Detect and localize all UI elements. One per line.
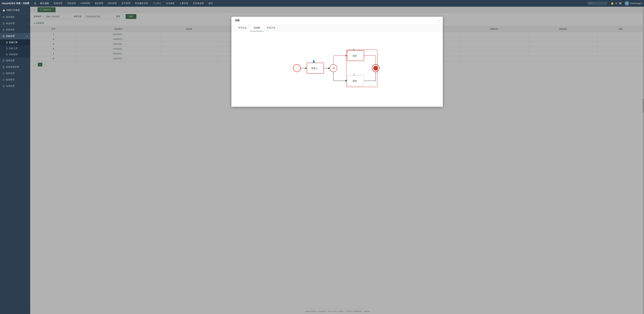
modal-tab-basic[interactable]: 基本信息 xyxy=(235,25,250,31)
sidebar-item-warehouse[interactable]: ☰ 仓库管理 › xyxy=(0,83,30,89)
sidebar-label-purchase: 采购管理 xyxy=(6,35,14,38)
flow-diagram: 👤 审批人 ⊗ ⚙ 同意 xyxy=(236,36,438,100)
modal-close-button[interactable]: × xyxy=(438,19,440,22)
sidebar-label-other: 其他单据管理 xyxy=(6,65,19,68)
flow-start-node xyxy=(293,64,300,72)
sidebar-item-goods[interactable]: ☰ 商品管理 › xyxy=(0,20,30,27)
nav-enterprise[interactable]: 企业服务 xyxy=(165,2,176,5)
modal-body: 👤 审批人 ⊗ ⚙ 同意 xyxy=(232,31,443,107)
user-info[interactable]: C chendongguo xyxy=(625,1,642,5)
sidebar-sub-label-stock: 采购入库 xyxy=(9,47,18,50)
list-icon-purchase: ☰ xyxy=(2,35,4,37)
sidebar-logo-text: ERP门户首页 xyxy=(6,9,20,12)
username: chendongguo xyxy=(630,2,642,4)
sidebar-label-basic: 基本资料 xyxy=(6,15,14,18)
chevron-right-icon-goods: › xyxy=(27,23,28,24)
nav-icons: 🔔 ✉ 🖼 xyxy=(611,2,621,5)
sub-icon-return: ☰ xyxy=(6,53,8,56)
chevron-right-icon-warehouse: › xyxy=(27,85,28,87)
chevron-right-icon-sales: › xyxy=(27,60,28,62)
nav-hr[interactable]: 人事管理 xyxy=(179,2,189,5)
sidebar-label-sales: 销售管理 xyxy=(6,59,14,62)
bell-icon[interactable]: 🔔 xyxy=(611,2,614,5)
chevron-right-icon-finance: › xyxy=(27,72,28,74)
flow-approver-label: 审批人 xyxy=(311,67,318,69)
sidebar-label-goods: 商品管理 xyxy=(6,22,14,25)
hamburger-icon[interactable]: ☰ xyxy=(34,2,36,5)
sidebar-sub-purchase-stock[interactable]: ☰ 采购入库 xyxy=(0,45,30,51)
home-icon: 🏠 xyxy=(2,9,5,11)
nav-salary[interactable]: 薪资管理 xyxy=(53,2,63,5)
modal-tabs: 基本信息 流程图 审批历史 xyxy=(232,25,443,31)
sidebar-sub-purchase-order[interactable]: ☰ 采购订单 xyxy=(0,39,30,45)
list-icon-report: ☑ xyxy=(2,79,4,81)
sub-icon-order: ☰ xyxy=(6,41,8,44)
sidebar-item-sales[interactable]: ☰ 销售管理 › xyxy=(0,57,30,64)
sidebar-item-basic[interactable]: ☰ 基本资料 › xyxy=(0,14,30,20)
sidebar-sub-purchase-return[interactable]: ☰ 采购退货 xyxy=(0,51,30,57)
sidebar-sub-label-return: 采购退货 xyxy=(9,53,18,56)
list-icon-goods: ☰ xyxy=(2,22,4,25)
sidebar-label-report: 报表查询 xyxy=(6,78,14,81)
avatar: C xyxy=(625,1,629,5)
nav-personal[interactable]: 个人中心 xyxy=(152,2,162,5)
sidebar: 🏠 ERP门户首页 ☰ 基本资料 › ☰ 商品管理 › ☰ 零售管理 › ☰ 采… xyxy=(0,7,30,314)
sub-icon-stock: ☰ xyxy=(6,47,8,50)
app-title: skyeye云办公 作者：卫志强 xyxy=(2,2,29,5)
modal-header: 详情 × xyxy=(232,17,443,25)
nav-default-desk[interactable]: 默认桌面 xyxy=(40,2,50,5)
list-icon: ☰ xyxy=(2,16,4,18)
list-icon-other: ☰ xyxy=(2,66,4,68)
sidebar-logo[interactable]: 🏠 ERP门户首页 xyxy=(0,7,30,14)
flow-svg: 👤 审批人 ⊗ ⚙ 同意 xyxy=(287,38,388,98)
chevron-right-icon-report: › xyxy=(27,79,28,81)
nav-aftersales[interactable]: 售后服务管理 xyxy=(134,2,148,5)
sidebar-item-retail[interactable]: ☰ 零售管理 › xyxy=(0,27,30,33)
global-search-input[interactable] xyxy=(587,1,608,5)
sidebar-item-other[interactable]: ☰ 其他单据管理 › xyxy=(0,64,30,70)
modal-overlay: 详情 × 基本信息 流程图 审批历史 👤 xyxy=(30,7,644,314)
chevron-down-icon-purchase: ▾ xyxy=(27,35,28,37)
sidebar-label-warehouse: 仓库管理 xyxy=(6,85,14,88)
nav-project[interactable]: 项目管理 xyxy=(94,2,104,5)
nav-erp[interactable]: ERP管理 xyxy=(107,2,118,5)
svg-text:⚙: ⚙ xyxy=(353,73,355,76)
list-icon-warehouse: ☰ xyxy=(2,85,4,87)
chevron-right-icon: › xyxy=(27,16,28,18)
nav-monitor[interactable]: 监控 xyxy=(208,2,214,5)
sidebar-item-finance[interactable]: ☑ 财务管理 › xyxy=(0,70,30,77)
chevron-right-icon-retail: › xyxy=(27,29,28,31)
flow-reject-label: 拒绝 xyxy=(352,80,357,82)
detail-modal: 详情 × 基本信息 流程图 审批历史 👤 xyxy=(232,17,443,107)
sidebar-label-retail: 零售管理 xyxy=(6,28,14,31)
top-nav: skyeye云办公 作者：卫志强 ☰ 默认桌面 薪资管理 学校管理 CRM管理 … xyxy=(0,0,644,7)
flow-agree-label: 同意 xyxy=(352,55,357,57)
sidebar-sub-purchase: ☰ 采购订单 ☰ 采购入库 ☰ 采购退货 xyxy=(0,39,30,57)
sidebar-item-report[interactable]: ☑ 报表查询 › xyxy=(0,77,30,83)
svg-text:👤: 👤 xyxy=(312,60,315,63)
sidebar-sub-label-order: 采购订单 xyxy=(9,41,18,44)
modal-title: 详情 xyxy=(235,19,240,22)
list-icon-retail: ☰ xyxy=(2,29,4,31)
nav-school[interactable]: 学校管理 xyxy=(66,2,76,5)
chevron-right-icon-other: › xyxy=(27,66,28,68)
nav-production[interactable]: 生产管理 xyxy=(121,2,131,5)
list-icon-finance: ☑ xyxy=(2,72,4,75)
nav-crm[interactable]: CRM管理 xyxy=(80,2,90,5)
svg-text:⚙: ⚙ xyxy=(353,48,355,51)
message-icon[interactable]: ✉ xyxy=(615,2,617,5)
svg-text:⊗: ⊗ xyxy=(332,67,334,69)
sidebar-label-finance: 财务管理 xyxy=(6,72,14,75)
modal-tab-history[interactable]: 审批历史 xyxy=(264,25,279,31)
sidebar-item-purchase[interactable]: ☰ 采购管理 ▾ xyxy=(0,33,30,39)
modal-tab-flow[interactable]: 流程图 xyxy=(250,25,264,31)
list-icon-sales: ☰ xyxy=(2,59,4,62)
photo-icon[interactable]: 🖼 xyxy=(619,2,621,5)
nav-dev-desk[interactable]: 开发者桌面 xyxy=(192,2,204,5)
